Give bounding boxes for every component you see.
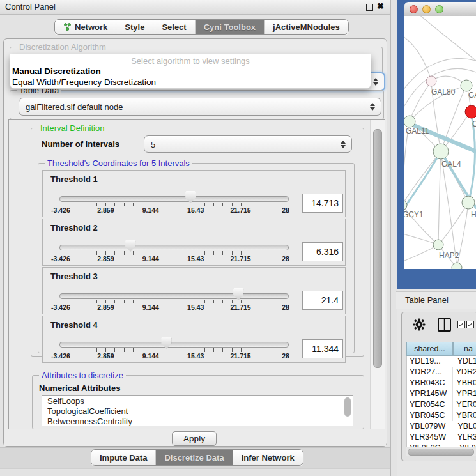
numerical-attributes-label: Numerical Attributes — [39, 383, 120, 393]
table-settings-gear-icon[interactable] — [413, 318, 426, 331]
table-data-combobox[interactable]: galFiltered.sif default node — [19, 98, 381, 116]
network-node-pink[interactable] — [426, 76, 436, 86]
table-hscrollbar-track[interactable] — [406, 447, 476, 456]
cell-name[interactable]: YPR1 — [453, 388, 476, 399]
threshold-label: Threshold 2 — [50, 223, 98, 233]
table-row[interactable]: YPR145WYPR1 — [407, 388, 476, 399]
column-header-shared-name[interactable]: shared... — [406, 342, 453, 356]
network-node-label: GA — [468, 91, 476, 100]
settings-scrollbar-track[interactable] — [370, 120, 385, 429]
table-hscrollbar-thumb[interactable] — [408, 449, 474, 456]
cell-shared-name[interactable]: YLR345W — [407, 432, 454, 443]
cell-shared-name[interactable]: YDR27... — [407, 367, 453, 378]
algorithm-option-manual[interactable]: Manual Discretization — [12, 66, 101, 76]
tick-label: 28 — [282, 206, 289, 214]
attribute-list-item[interactable]: SelfLoops — [42, 396, 353, 406]
table-row[interactable]: YLR345WYLR3 — [407, 432, 476, 443]
network-node-label: GAL4 — [441, 160, 461, 169]
threshold-label: Threshold 1 — [50, 174, 98, 184]
network-edge[interactable] — [438, 151, 441, 245]
zoom-traffic-light-icon[interactable] — [435, 5, 443, 13]
checkbox-filter-icon[interactable] — [466, 321, 474, 328]
network-edge[interactable] — [441, 151, 457, 268]
network-view-window: GAL80GACGAL11GAL4GCY1HHAP2 — [397, 0, 476, 289]
cell-name[interactable]: YBR0 — [453, 410, 476, 421]
number-of-intervals-combobox[interactable]: 5 — [144, 135, 352, 153]
network-edge-highlighted[interactable] — [404, 151, 441, 214]
slider-tick-labels: -3.4262.8599.14415.4321.71528 — [61, 255, 286, 263]
float-window-icon[interactable] — [366, 4, 373, 11]
tab-cyni-toolbox[interactable]: Cyni Toolbox — [196, 20, 265, 34]
minimize-traffic-light-icon[interactable] — [422, 5, 431, 13]
network-node-green[interactable] — [404, 200, 407, 210]
tick-label: 9.144 — [142, 303, 159, 311]
threshold-value-field[interactable]: 21.4 — [302, 291, 343, 310]
bottom-tab-impute-data[interactable]: Impute Data — [91, 450, 156, 465]
table-row[interactable]: YBR043CYBR0 — [407, 378, 476, 388]
cell-shared-name[interactable]: YBR043C — [407, 378, 453, 388]
network-edge[interactable] — [417, 16, 476, 61]
network-canvas[interactable]: GAL80GACGAL11GAL4GCY1HHAP2 — [404, 16, 476, 269]
table-data-group: Table Data galFiltered.sif default node — [10, 90, 384, 119]
tab-jactivemnodules[interactable]: jActiveMNodules — [265, 20, 348, 34]
threshold-slider-track[interactable] — [59, 342, 289, 348]
table-row[interactable]: YBR045CYBR0 — [407, 410, 476, 421]
threshold-slider-track[interactable] — [59, 293, 289, 299]
tick-label: 21.715 — [231, 206, 251, 214]
attribute-list-item[interactable]: TopologicalCoefficient — [42, 406, 353, 417]
tick-label: 9.144 — [142, 255, 159, 263]
tick-label: 15.43 — [187, 206, 204, 214]
settings-scrollbar-thumb[interactable] — [373, 129, 382, 368]
tab-select[interactable]: Select — [153, 20, 195, 34]
numerical-attributes-list[interactable]: SelfLoopsTopologicalCoefficientBetweenne… — [42, 395, 353, 426]
cell-name[interactable]: YDR2 — [453, 367, 476, 378]
cell-name[interactable]: YER0 — [453, 399, 476, 410]
combobox-arrows-icon — [369, 103, 375, 111]
network-node-red[interactable] — [465, 105, 476, 118]
threshold-slider-track[interactable] — [59, 245, 289, 250]
cell-shared-name[interactable]: YPR145W — [407, 388, 453, 399]
bottom-tab-infer-network[interactable]: Infer Network — [233, 450, 303, 465]
interval-definition-label: Interval Definition — [38, 123, 107, 133]
network-node-green[interactable] — [462, 196, 475, 209]
threshold-slider-track[interactable] — [59, 196, 289, 202]
cell-shared-name[interactable]: YBR045C — [407, 410, 453, 421]
column-visibility-icon[interactable] — [438, 318, 451, 332]
network-node-green[interactable] — [404, 116, 415, 127]
table-row[interactable]: YBL079WYBL0 — [407, 421, 476, 432]
apply-button[interactable]: Apply — [172, 431, 217, 446]
network-window-titlebar[interactable] — [404, 2, 476, 17]
close-traffic-light-icon[interactable] — [410, 5, 418, 13]
network-node-green[interactable] — [461, 80, 472, 91]
attributes-scrollbar[interactable] — [344, 397, 351, 417]
threshold-value-field[interactable]: 6.316 — [302, 242, 343, 261]
threshold-value-field[interactable]: 14.713 — [302, 194, 343, 213]
cell-shared-name[interactable]: YER054C — [407, 399, 453, 410]
tab-style[interactable]: Style — [116, 20, 153, 34]
network-icon — [63, 22, 72, 31]
checkbox-filter-icon[interactable] — [457, 321, 465, 328]
table-row[interactable]: YER054CYER0 — [407, 399, 476, 410]
table-row[interactable]: YDL19...YDL1 — [407, 356, 476, 367]
cell-name[interactable]: YDL1 — [454, 356, 476, 367]
attribute-list-item[interactable]: BetweennessCentrality — [42, 417, 353, 426]
network-edge[interactable] — [410, 81, 431, 121]
cell-name[interactable]: YLR3 — [454, 432, 476, 443]
column-header-name[interactable]: na — [453, 342, 476, 356]
cell-name[interactable]: YBL0 — [454, 421, 476, 432]
bottom-tab-discretize-data[interactable]: Discretize Data — [156, 450, 233, 465]
algorithm-option-equal-width[interactable]: Equal Width/Frequency Discretization — [12, 77, 156, 87]
network-edge[interactable] — [404, 245, 438, 262]
threshold-value-field[interactable]: 11.344 — [302, 339, 343, 358]
table-rows[interactable]: YDL19...YDL1YDR27...YDR2YBR043CYBR0YPR14… — [406, 356, 476, 447]
table-row[interactable]: YDR27...YDR2 — [407, 367, 476, 378]
cell-name[interactable]: YBR0 — [453, 378, 476, 388]
tick-label: -3.426 — [51, 352, 70, 360]
close-panel-icon[interactable]: ✖ — [377, 1, 384, 11]
network-node-green[interactable] — [433, 240, 443, 250]
network-node-green[interactable] — [433, 144, 449, 159]
cell-shared-name[interactable]: YDL19... — [407, 356, 454, 367]
tab-network[interactable]: Network — [55, 20, 116, 34]
panel-divider[interactable] — [391, 0, 397, 476]
cell-shared-name[interactable]: YBL079W — [407, 421, 454, 432]
